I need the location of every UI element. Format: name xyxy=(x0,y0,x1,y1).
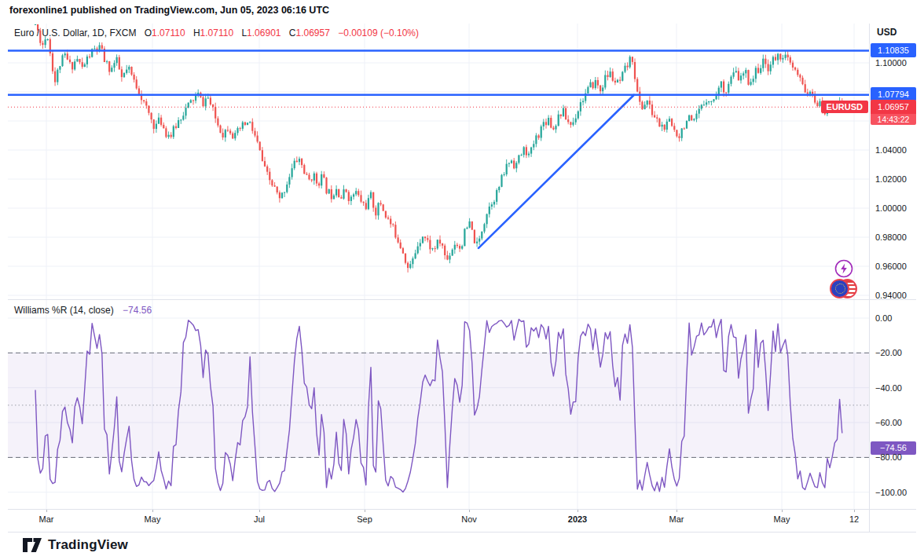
axis-currency-label: USD xyxy=(877,27,896,38)
tradingview-snapshot: forexonline1 published on TradingView.co… xyxy=(0,0,924,560)
indicator-axis-label: −40.00 xyxy=(875,382,902,393)
time-axis-label: 2023 xyxy=(568,514,587,524)
indicator-axis-label: 0.00 xyxy=(875,313,892,324)
time-axis-label: Jul xyxy=(254,514,265,524)
close-value: 1.06957 xyxy=(296,27,330,38)
high-value: 1.07110 xyxy=(200,27,234,38)
attribution-text: forexonline1 published on TradingView.co… xyxy=(9,5,329,16)
open-value: 1.07110 xyxy=(152,27,185,38)
price-axis-label: 1.10000 xyxy=(875,57,907,68)
time-axis-label: Mar xyxy=(39,514,54,524)
price-axis-label: 1.00000 xyxy=(875,203,907,214)
trend-line[interactable] xyxy=(478,95,634,248)
time-axis-label: 12 xyxy=(849,514,859,524)
bar-countdown: 14:43:22 xyxy=(871,114,916,125)
indicator-title[interactable]: Williams %R (14, close) xyxy=(14,305,114,316)
candles[interactable] xyxy=(35,24,843,273)
time-axis-label: May xyxy=(145,514,161,524)
low-value: 1.06901 xyxy=(247,27,280,38)
eu-flag-icon xyxy=(830,279,849,298)
price-axis-label: 1.02000 xyxy=(875,174,907,185)
last-price-badge: 1.06957 xyxy=(871,100,916,114)
indicator-axis-label: −80.00 xyxy=(875,452,902,463)
price-axis-border xyxy=(869,24,870,532)
price-axis-label: 0.98000 xyxy=(875,232,907,243)
time-axis-bottom-border xyxy=(8,532,916,533)
indicator-axis-label: −60.00 xyxy=(875,417,902,428)
symbol-title[interactable]: Euro / U.S. Dollar, 1D, FXCM xyxy=(14,27,136,38)
close-label: C xyxy=(289,27,296,38)
price-grid xyxy=(8,24,869,299)
indicator-value: −74.56 xyxy=(123,305,152,316)
indicator-axis-label: −20.00 xyxy=(875,347,902,358)
instant-trading-icon[interactable] xyxy=(834,259,853,278)
lightning-bolt-icon xyxy=(834,259,853,278)
price-axis-label: 1.04000 xyxy=(875,145,907,156)
price-axis-label: 0.96000 xyxy=(875,261,907,272)
high-label: H xyxy=(193,27,200,38)
last-price-block: 1.06957 14:43:22 xyxy=(871,100,916,125)
time-axis-label: May xyxy=(774,514,790,524)
chart-container: Euro / U.S. Dollar, 1D, FXCM O1.07110 H1… xyxy=(8,24,869,509)
tradingview-footer[interactable]: TradingView xyxy=(22,537,128,553)
williams-r-pane[interactable] xyxy=(8,299,869,509)
open-label: O xyxy=(145,27,152,38)
indicator-legend: Williams %R (14, close) −74.56 xyxy=(14,305,152,316)
eurusd-pair-logo-icon xyxy=(830,279,858,298)
time-axis-label: Mar xyxy=(669,514,684,524)
time-axis-top-border xyxy=(8,509,916,510)
pane-separator xyxy=(8,299,916,300)
time-axis-label: Sep xyxy=(357,514,372,524)
price-axis[interactable]: USD 1.10835 1.07794 1.06957 14:43:22 −74… xyxy=(869,24,924,532)
indicator-axis-label: −100.00 xyxy=(875,487,907,498)
tradingview-logo-icon xyxy=(22,537,42,553)
upper-level-badge: 1.10835 xyxy=(871,43,916,57)
price-pane[interactable] xyxy=(8,24,869,299)
time-axis-label: Nov xyxy=(461,514,477,524)
symbol-price-tag: EURUSD xyxy=(821,101,868,113)
tradingview-wordmark: TradingView xyxy=(48,537,128,553)
change-value: −0.00109 (−0.10%) xyxy=(338,27,419,38)
time-axis[interactable]: MarMayJulSepNov2023MarMay12 xyxy=(8,509,869,532)
symbol-legend: Euro / U.S. Dollar, 1D, FXCM O1.07110 H1… xyxy=(14,27,419,38)
